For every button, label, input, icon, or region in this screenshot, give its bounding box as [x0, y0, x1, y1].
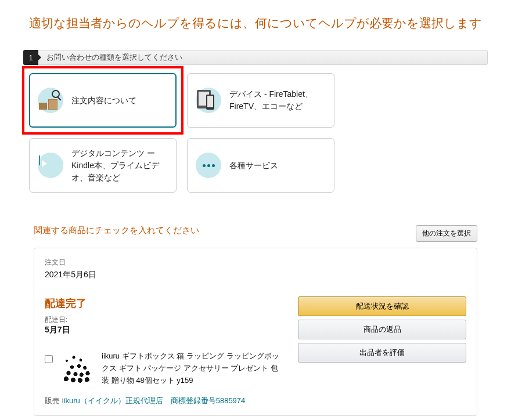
- return-item-button[interactable]: 商品の返品: [298, 320, 466, 339]
- category-cards: 注文内容について デバイス - FireTablet、FireTV、エコーなど: [29, 73, 482, 193]
- highlight-frame: 注文内容について: [22, 66, 183, 135]
- seller-prefix: 販売: [45, 396, 62, 405]
- product-thumbnail: [60, 350, 95, 385]
- category-label: 各種サービス: [229, 160, 278, 172]
- page-title: 適切な担当者からのヘルプを得るには、何についてヘルプが必要かを選択します: [29, 15, 482, 31]
- device-icon: [196, 88, 221, 113]
- select-other-order-button[interactable]: 他の注文を選択: [416, 225, 477, 242]
- digital-icon: [38, 153, 63, 178]
- product-checkbox[interactable]: [45, 355, 53, 363]
- step1-title: お問い合わせの種類を選択してください: [46, 52, 182, 63]
- category-card-order[interactable]: 注文内容について: [29, 73, 177, 128]
- product-name: iikuru ギフトボックス 箱 ラッピング ラッピングボックス ギフト パッケ…: [102, 350, 280, 386]
- order-box: 注文日 2021年5月6日 配達完了 配達日: 5月7日 iikuru ギフトボ…: [34, 248, 477, 416]
- category-label: デジタルコンテンツ ーKindle本、プライムビデオ、音楽など: [71, 147, 168, 184]
- category-card-services[interactable]: 各種サービス: [187, 138, 334, 193]
- product-row: iikuru ギフトボックス 箱 ラッピング ラッピングボックス ギフト パッケ…: [45, 350, 280, 386]
- order-date-value: 2021年5月6日: [45, 270, 466, 280]
- more-icon: [196, 153, 221, 178]
- review-seller-button[interactable]: 出品者を評価: [298, 343, 466, 363]
- delivery-date-label: 配達日:: [45, 315, 280, 325]
- category-label: 注文内容について: [71, 95, 136, 107]
- category-card-digital[interactable]: デジタルコンテンツ ーKindle本、プライムビデオ、音楽など: [29, 138, 177, 193]
- step1-number: 1: [23, 50, 38, 65]
- order-icon: [38, 88, 63, 113]
- order-date-label: 注文日: [45, 258, 466, 267]
- order-section-title: 関連する商品にチェックを入れてください: [34, 225, 199, 236]
- delivery-status: 配達完了: [45, 296, 280, 310]
- step1-header: 1 お問い合わせの種類を選択してください: [23, 50, 488, 65]
- seller-link[interactable]: iikuru（イイクル）正規代理店 商標登録番号5885974: [62, 396, 246, 405]
- track-shipment-button[interactable]: 配送状況を確認: [298, 296, 466, 316]
- category-label: デバイス - FireTablet、FireTV、エコーなど: [229, 88, 326, 113]
- delivery-date-value: 5月7日: [45, 325, 280, 335]
- category-card-device[interactable]: デバイス - FireTablet、FireTV、エコーなど: [187, 73, 334, 128]
